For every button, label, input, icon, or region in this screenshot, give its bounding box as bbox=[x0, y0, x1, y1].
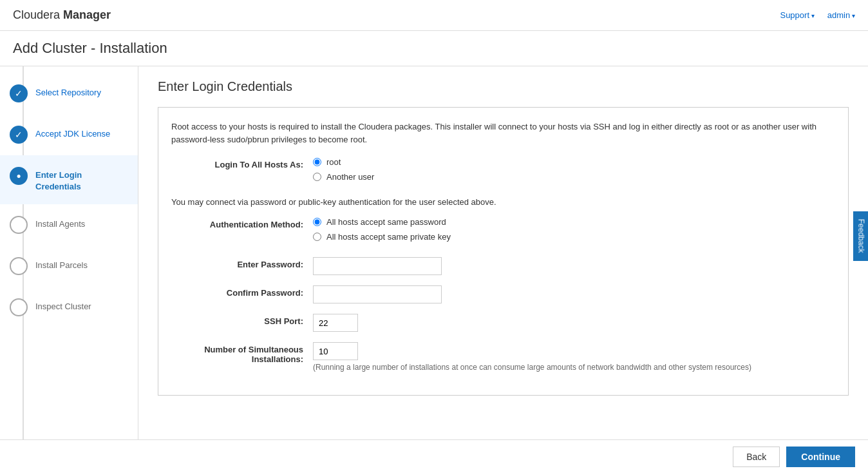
content-area: Enter Login Credentials Root access to y… bbox=[138, 66, 868, 439]
connect-note: You may connect via password or public-k… bbox=[171, 197, 835, 207]
ssh-port-label: SSH Port: bbox=[171, 314, 313, 326]
radio-private-key[interactable] bbox=[313, 233, 321, 241]
info-text: Root access to your hosts is required to… bbox=[171, 120, 835, 146]
navbar: Cloudera Manager Support admin bbox=[0, 0, 868, 31]
ssh-port-row: SSH Port: bbox=[171, 314, 835, 332]
radio-root[interactable] bbox=[313, 158, 321, 166]
login-hosts-row: Login To All Hosts As: root Another user bbox=[171, 157, 835, 187]
sidebar-item-label: Install Parcels bbox=[35, 257, 88, 271]
main-layout: ✓ Select Repository ✓ Accept JDK License… bbox=[0, 66, 868, 439]
sidebar-item-accept-jdk-license[interactable]: ✓ Accept JDK License bbox=[0, 114, 138, 155]
radio-same-password-label: All hosts accept same password bbox=[326, 217, 446, 227]
section-title: Enter Login Credentials bbox=[158, 79, 849, 94]
credentials-box: Root access to your hosts is required to… bbox=[158, 107, 849, 396]
simultaneous-hint: (Running a large number of installations… bbox=[313, 363, 835, 372]
sidebar: ✓ Select Repository ✓ Accept JDK License… bbox=[0, 66, 138, 439]
brand-text: Cloudera bbox=[13, 8, 60, 21]
step-circle-accept-jdk: ✓ bbox=[10, 126, 28, 144]
brand-bold: Manager bbox=[63, 8, 111, 21]
admin-menu[interactable]: admin bbox=[827, 10, 855, 20]
sidebar-item-label-active: Enter Login Credentials bbox=[35, 167, 128, 193]
radio-another-user[interactable] bbox=[313, 173, 321, 181]
back-button[interactable]: Back bbox=[733, 447, 780, 467]
password-label: Enter Password: bbox=[171, 257, 313, 269]
feedback-tab[interactable]: Feedback bbox=[854, 211, 868, 260]
support-menu[interactable]: Support bbox=[780, 10, 814, 20]
sidebar-item-select-repository[interactable]: ✓ Select Repository bbox=[0, 73, 138, 114]
checkmark-icon: ✓ bbox=[15, 88, 23, 99]
confirm-password-label: Confirm Password: bbox=[171, 285, 313, 298]
page-title: Add Cluster - Installation bbox=[0, 31, 868, 66]
auth-label: Authentication Method: bbox=[171, 217, 313, 229]
auth-option-private-key[interactable]: All hosts accept same private key bbox=[313, 232, 835, 242]
step-circle-install-parcels bbox=[10, 257, 28, 275]
auth-options: All hosts accept same password All hosts… bbox=[313, 217, 835, 247]
simultaneous-label: Number of Simultaneous Installations: bbox=[171, 342, 313, 364]
radio-private-key-label: All hosts accept same private key bbox=[326, 232, 451, 242]
simultaneous-input[interactable] bbox=[313, 342, 358, 360]
sidebar-item-label: Select Repository bbox=[35, 84, 101, 99]
navbar-right: Support admin bbox=[780, 10, 855, 20]
login-options: root Another user bbox=[313, 157, 835, 187]
password-input[interactable] bbox=[313, 257, 442, 275]
ssh-port-content bbox=[313, 314, 835, 332]
sidebar-item-enter-login-credentials[interactable]: ● Enter Login Credentials bbox=[0, 155, 138, 204]
sidebar-item-label: Accept JDK License bbox=[35, 126, 110, 140]
confirm-password-content bbox=[313, 285, 835, 303]
bottom-bar: Back Continue bbox=[0, 439, 868, 471]
step-circle-select-repository: ✓ bbox=[10, 84, 28, 102]
brand: Cloudera Manager bbox=[13, 8, 111, 22]
step-circle-install-agents bbox=[10, 216, 28, 234]
radio-another-user-label: Another user bbox=[326, 172, 374, 182]
password-content bbox=[313, 257, 835, 275]
confirm-password-input[interactable] bbox=[313, 285, 442, 303]
step-circle-enter-login: ● bbox=[10, 167, 28, 185]
continue-button[interactable]: Continue bbox=[786, 447, 855, 467]
sidebar-item-label: Install Agents bbox=[35, 216, 85, 230]
checkmark-icon: ✓ bbox=[15, 130, 23, 140]
sidebar-item-label: Inspect Cluster bbox=[35, 298, 91, 312]
radio-same-password[interactable] bbox=[313, 218, 321, 226]
sidebar-item-install-parcels[interactable]: Install Parcels bbox=[0, 245, 138, 287]
login-option-another-user[interactable]: Another user bbox=[313, 172, 835, 182]
confirm-password-row: Confirm Password: bbox=[171, 285, 835, 303]
sidebar-item-inspect-cluster[interactable]: Inspect Cluster bbox=[0, 287, 138, 328]
password-row: Enter Password: bbox=[171, 257, 835, 275]
sidebar-item-install-agents[interactable]: Install Agents bbox=[0, 204, 138, 245]
ssh-port-input[interactable] bbox=[313, 314, 358, 332]
radio-root-label: root bbox=[326, 157, 341, 167]
simultaneous-row: Number of Simultaneous Installations: (R… bbox=[171, 342, 835, 372]
auth-method-row: Authentication Method: All hosts accept … bbox=[171, 217, 835, 247]
step-circle-inspect-cluster bbox=[10, 298, 28, 316]
dot-icon: ● bbox=[16, 171, 21, 180]
login-option-root[interactable]: root bbox=[313, 157, 835, 167]
login-label: Login To All Hosts As: bbox=[171, 157, 313, 169]
simultaneous-content: (Running a large number of installations… bbox=[313, 342, 835, 372]
auth-option-same-password[interactable]: All hosts accept same password bbox=[313, 217, 835, 227]
